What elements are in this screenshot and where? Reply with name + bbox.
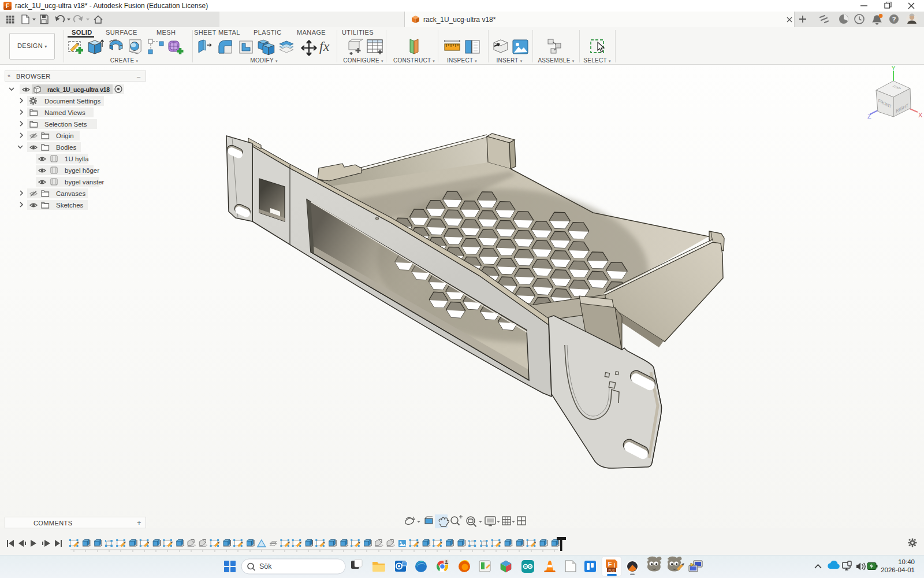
svg-text:10:40: 10:40 (898, 558, 915, 565)
svg-text:FUS: FUS (609, 569, 615, 572)
svg-text:2026-04-01: 2026-04-01 (881, 566, 915, 573)
svg-text:F: F (608, 561, 612, 568)
svg-text:Sök: Sök (259, 562, 272, 570)
